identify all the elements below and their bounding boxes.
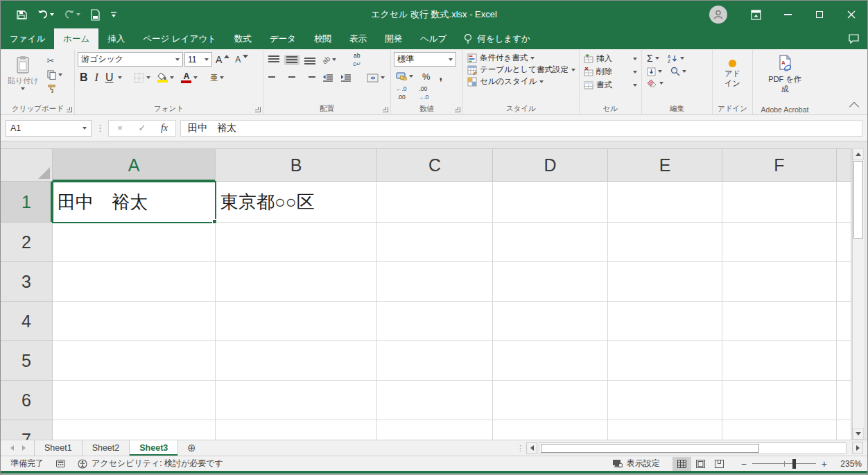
decrease-decimal-button[interactable]: .00 →.0 [416, 85, 431, 101]
horizontal-scrollbar[interactable] [526, 442, 847, 454]
column-header-F[interactable]: F [722, 148, 837, 182]
insert-cells-button[interactable]: 挿入 [582, 52, 639, 65]
save-icon[interactable] [16, 9, 28, 21]
cell-F1[interactable] [722, 182, 837, 223]
phonetic-dropdown-icon[interactable] [220, 76, 224, 79]
formula-bar-splitter[interactable]: ⋮ [96, 123, 104, 133]
cell-E1[interactable] [608, 182, 722, 223]
tab-view[interactable]: 表示 [340, 28, 376, 49]
delete-dropdown-icon[interactable] [633, 71, 637, 74]
formula-input-area[interactable] [180, 120, 862, 137]
display-settings-button[interactable]: 表示設定 [612, 458, 660, 469]
name-box[interactable] [6, 120, 92, 137]
font-size-combobox[interactable] [184, 52, 212, 67]
paste-button[interactable]: 貼り付け [4, 52, 42, 94]
autosum-dropdown-icon[interactable] [655, 57, 659, 60]
accessibility-status[interactable]: アクセシビリティ: 検討が必要です [78, 458, 223, 469]
sort-filter-button[interactable]: AZ [666, 53, 686, 64]
number-dialog-launcher[interactable] [455, 107, 460, 112]
cell-A5[interactable] [53, 341, 216, 381]
cell-D4[interactable] [493, 302, 608, 341]
cell-G1-partial[interactable] [837, 182, 851, 223]
cell-A4[interactable] [53, 302, 216, 341]
increase-indent-button[interactable] [338, 73, 354, 83]
increase-decimal-button[interactable]: ←.0 .00 [394, 85, 409, 101]
select-all-corner[interactable] [1, 148, 53, 182]
tab-page-layout[interactable]: ページ レイアウト [134, 28, 225, 49]
borders-dropdown-icon[interactable] [146, 76, 150, 79]
cell-B1[interactable]: 東京都○○区 [216, 182, 377, 223]
cell-E2[interactable] [608, 223, 722, 262]
name-box-input[interactable] [10, 123, 80, 133]
minimize-button[interactable] [772, 1, 804, 28]
redo-button[interactable] [64, 10, 80, 19]
clear-button[interactable] [645, 78, 666, 88]
insert-function-button[interactable]: fx [153, 121, 175, 136]
undo-button[interactable] [37, 10, 54, 19]
comma-style-button[interactable]: , [437, 69, 444, 83]
tab-help[interactable]: ヘルプ [411, 28, 455, 49]
find-select-button[interactable] [668, 66, 688, 77]
tab-data[interactable]: データ [261, 28, 305, 49]
delete-cells-button[interactable]: 削除 [582, 65, 639, 78]
redo-dropdown-icon[interactable] [76, 13, 80, 16]
close-button[interactable] [835, 1, 867, 28]
decrease-indent-button[interactable] [320, 73, 336, 83]
cell-B2[interactable] [216, 223, 377, 262]
cut-button[interactable]: ✂ [45, 55, 64, 67]
column-header-D[interactable]: D [493, 148, 608, 182]
cell-G3-partial[interactable] [837, 262, 851, 302]
row-header-5[interactable]: 5 [1, 341, 53, 381]
merge-dropdown-icon[interactable] [381, 76, 385, 79]
cell-B4[interactable] [216, 302, 377, 341]
cell-C1[interactable] [377, 182, 493, 223]
fill-color-dropdown-icon[interactable] [170, 76, 174, 79]
cell-C4[interactable] [377, 302, 493, 341]
account-avatar[interactable] [709, 6, 727, 24]
percent-style-button[interactable]: % [420, 71, 433, 83]
zoom-in-button[interactable]: + [822, 458, 827, 469]
cell-E3[interactable] [608, 262, 722, 302]
accounting-format-button[interactable] [394, 71, 415, 81]
autosum-button[interactable]: Σ [645, 52, 661, 64]
cell-A2[interactable] [53, 223, 216, 262]
cell-E5[interactable] [608, 341, 722, 381]
row-header-3[interactable]: 3 [1, 262, 53, 302]
bold-button[interactable]: B [78, 71, 90, 85]
conditional-formatting-dropdown-icon[interactable] [530, 57, 535, 60]
number-format-dropdown-icon[interactable] [449, 58, 453, 61]
font-name-dropdown-icon[interactable] [175, 58, 180, 61]
addins-button[interactable]: アドイン [715, 52, 749, 96]
maximize-button[interactable] [804, 1, 835, 28]
cell-B6[interactable] [216, 381, 377, 420]
sheet-tab-sheet2[interactable]: Sheet2 [83, 440, 130, 456]
cell-G2-partial[interactable] [837, 223, 851, 262]
font-size-input[interactable] [188, 55, 202, 64]
tab-insert[interactable]: 挿入 [98, 28, 134, 49]
scroll-left-button[interactable] [526, 442, 537, 454]
sheet-nav-next-icon[interactable] [22, 445, 26, 451]
font-dialog-launcher[interactable] [255, 107, 261, 112]
scroll-down-button[interactable] [853, 428, 864, 440]
column-header-A[interactable]: A [53, 148, 216, 182]
undo-dropdown-icon[interactable] [50, 13, 54, 16]
conditional-formatting-button[interactable]: 条件付き書式 [466, 52, 576, 64]
wrap-text-button[interactable]: ab c↵ [351, 52, 363, 68]
cell-D1[interactable] [493, 182, 608, 223]
format-as-table-button[interactable]: テーブルとして書式設定 [466, 64, 576, 76]
cell-A6[interactable] [53, 381, 216, 420]
cell-B3[interactable] [216, 262, 377, 302]
cell-C5[interactable] [377, 341, 493, 381]
zoom-slider-handle[interactable] [792, 459, 796, 469]
format-cells-button[interactable]: 書式 [582, 78, 639, 92]
cancel-entry-button[interactable]: × [109, 121, 131, 136]
column-header-B[interactable]: B [216, 148, 377, 182]
cell-F4[interactable] [722, 302, 837, 341]
column-header-E[interactable]: E [608, 148, 722, 182]
tab-developer[interactable]: 開発 [376, 28, 411, 49]
copy-dropdown-icon[interactable] [58, 74, 62, 76]
orientation-button[interactable]: ab [320, 55, 338, 64]
sheet-tab-sheet1[interactable]: Sheet1 [35, 440, 83, 456]
ribbon-display-options-icon[interactable] [740, 1, 772, 28]
clipboard-dialog-launcher[interactable] [67, 107, 72, 112]
